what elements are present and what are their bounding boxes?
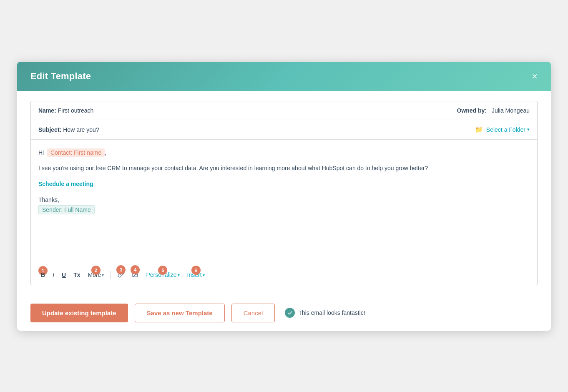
name-left: Name: First outreach [38, 107, 93, 114]
toolbar-separator [111, 271, 111, 279]
edit-template-modal: Edit Template × Name: First outreach Own… [17, 62, 551, 331]
image-button[interactable] [129, 269, 141, 281]
editor-container: Name: First outreach Owned by: Julia Mon… [30, 101, 538, 285]
name-value: First outreach [58, 107, 94, 114]
folder-icon: 📁 [475, 126, 483, 133]
greeting-text: Hi [38, 149, 44, 156]
insert-wrapper: 6 Insert ▾ [185, 270, 207, 280]
personalize-wrapper: 5 Personalize ▾ [143, 270, 182, 280]
modal-header: Edit Template × [17, 62, 551, 91]
subject-left: Subject: How are you? [38, 126, 99, 133]
status-text: This email looks fantastic! [298, 309, 365, 316]
status-message: This email looks fantastic! [285, 308, 365, 318]
more-chevron-icon: ▾ [102, 273, 104, 277]
sign-off-text: Thanks, [38, 196, 59, 203]
name-row: Name: First outreach Owned by: Julia Mon… [31, 101, 537, 120]
personalize-dropdown-button[interactable]: Personalize ▾ [143, 270, 182, 280]
subject-value: How are you? [63, 126, 99, 133]
sign-off: Thanks, Sender: Full Name [38, 195, 530, 215]
modal-footer: Update existing template Save as new Tem… [17, 295, 551, 331]
select-folder-button[interactable]: Select a Folder ▾ [486, 126, 530, 133]
folder-right: 📁 Select a Folder ▾ [475, 126, 530, 133]
comma: , [105, 149, 106, 156]
close-button[interactable]: × [532, 71, 538, 81]
more-wrapper: 2 More ▾ [85, 270, 106, 280]
update-template-button[interactable]: Update existing template [30, 304, 128, 322]
insert-chevron-icon: ▾ [203, 273, 205, 277]
chevron-down-icon: ▾ [527, 127, 530, 132]
underline-button[interactable]: U [59, 270, 68, 279]
link-wrapper: 3 [115, 269, 127, 281]
sender-full-name-token: Sender: Full Name [38, 205, 95, 214]
bold-wrapper: 1 B [38, 270, 48, 279]
personalize-chevron-icon: ▾ [178, 273, 180, 277]
italic-button[interactable]: I [50, 270, 57, 279]
subject-row: Subject: How are you? 📁 Select a Folder … [31, 120, 537, 140]
name-label: Name: [38, 107, 56, 114]
owned-label: Owned by: [457, 107, 487, 114]
contact-first-name-token: Contact: First name [47, 148, 105, 157]
subject-label: Subject: [38, 126, 61, 133]
insert-dropdown-button[interactable]: Insert ▾ [185, 270, 207, 280]
save-new-template-button[interactable]: Save as new Template [135, 304, 225, 322]
greeting-line: Hi Contact: First name, [38, 148, 530, 158]
owned-value: Julia Mongeau [492, 107, 530, 114]
modal-title: Edit Template [30, 71, 91, 82]
schedule-meeting-link[interactable]: Schedule a meeting [38, 181, 93, 187]
body-paragraph: I see you're using our free CRM to manag… [38, 163, 530, 173]
meeting-link-line: Schedule a meeting [38, 179, 530, 189]
cancel-button[interactable]: Cancel [231, 304, 275, 322]
link-button[interactable] [115, 269, 127, 281]
clear-format-button[interactable]: Tx [71, 270, 83, 279]
svg-point-1 [134, 273, 135, 274]
more-dropdown-button[interactable]: More ▾ [85, 270, 106, 280]
formatting-toolbar: 1 B I U Tx 2 More ▾ [31, 265, 537, 285]
owned-right: Owned by: Julia Mongeau [457, 107, 530, 114]
modal-body: Name: First outreach Owned by: Julia Mon… [17, 91, 551, 295]
image-wrapper: 4 [129, 269, 141, 281]
bold-button[interactable]: B [38, 270, 48, 279]
check-circle-icon [285, 308, 295, 318]
email-body[interactable]: Hi Contact: First name, I see you're usi… [31, 140, 537, 265]
